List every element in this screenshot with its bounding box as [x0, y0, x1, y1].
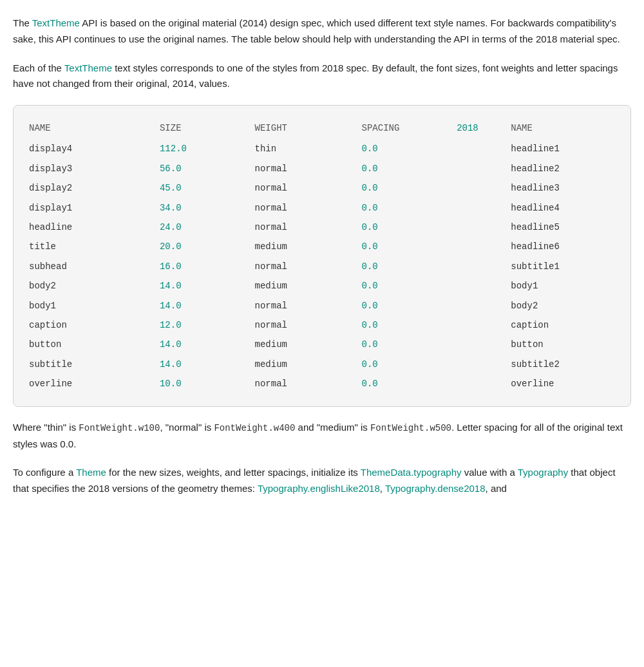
cell-size: 112.0	[160, 139, 255, 158]
footer-paragraph: To configure a Theme for the new sizes, …	[13, 465, 631, 497]
intro-paragraph-1: The TextTheme API is based on the origin…	[13, 15, 631, 48]
cell-spacing: 0.0	[362, 315, 457, 335]
note-text-1: Where "thin" is	[13, 422, 79, 433]
cell-name2018: body1	[511, 276, 615, 296]
cell-name: headline	[29, 218, 160, 237]
footer-text-5: ,	[380, 483, 385, 494]
cell-weight: normal	[255, 159, 362, 178]
cell-size: 34.0	[160, 198, 255, 218]
cell-name2018: overline	[511, 374, 615, 393]
cell-size: 16.0	[160, 257, 255, 276]
note-text-3: and "medium" is	[295, 422, 370, 433]
typography-table-container: NAME SIZE WEIGHT SPACING 2018 NAME displ…	[13, 105, 631, 407]
cell-name: display4	[29, 139, 160, 158]
font-weight-w400: FontWeight.w400	[214, 423, 295, 433]
cell-name2018: subtitle1	[511, 257, 615, 276]
cell-weight: normal	[255, 315, 362, 335]
cell-empty	[457, 198, 511, 218]
cell-empty	[457, 218, 511, 237]
cell-weight: normal	[255, 218, 362, 237]
footer-text-2: for the new sizes, weights, and letter s…	[106, 467, 361, 478]
cell-empty	[457, 237, 511, 256]
footer-text-1: To configure a	[13, 467, 76, 478]
cell-spacing: 0.0	[362, 237, 457, 256]
cell-size: 56.0	[160, 159, 255, 178]
col-header-size: SIZE	[160, 118, 255, 139]
typography-link[interactable]: Typography	[518, 467, 568, 478]
cell-size: 14.0	[160, 355, 255, 374]
typography-dense-2018-link[interactable]: Typography.dense2018	[385, 483, 486, 494]
cell-empty	[457, 355, 511, 374]
cell-weight: medium	[255, 276, 362, 296]
cell-weight: thin	[255, 139, 362, 158]
table-row: display134.0normal0.0headline4	[29, 198, 615, 218]
cell-size: 20.0	[160, 237, 255, 256]
font-weight-w100: FontWeight.w100	[79, 423, 160, 433]
cell-size: 14.0	[160, 296, 255, 315]
theme-data-typography-link[interactable]: ThemeData.typography	[361, 467, 462, 478]
table-row: overline10.0normal0.0overline	[29, 374, 615, 393]
cell-name2018: headline6	[511, 237, 615, 256]
cell-name2018: caption	[511, 315, 615, 335]
text-theme-link-1[interactable]: TextTheme	[32, 17, 80, 28]
typography-english-like-2018-link[interactable]: Typography.englishLike2018	[258, 483, 380, 494]
table-row: body114.0normal0.0body2	[29, 296, 615, 315]
col-header-spacing: SPACING	[362, 118, 457, 139]
cell-weight: normal	[255, 178, 362, 198]
cell-name: subhead	[29, 257, 160, 276]
cell-spacing: 0.0	[362, 159, 457, 178]
cell-empty	[457, 159, 511, 178]
footer-text-3: value with a	[462, 467, 518, 478]
table-row: subtitle14.0medium0.0subtitle2	[29, 355, 615, 374]
cell-name: caption	[29, 315, 160, 335]
cell-name: display3	[29, 159, 160, 178]
cell-spacing: 0.0	[362, 257, 457, 276]
cell-size: 12.0	[160, 315, 255, 335]
cell-empty	[457, 374, 511, 393]
cell-size: 45.0	[160, 178, 255, 198]
cell-name2018: button	[511, 335, 615, 354]
cell-name: title	[29, 237, 160, 256]
table-row: display245.0normal0.0headline3	[29, 178, 615, 198]
cell-weight: normal	[255, 296, 362, 315]
cell-spacing: 0.0	[362, 296, 457, 315]
cell-name2018: body2	[511, 296, 615, 315]
intro-p1-text-before: The	[13, 17, 32, 28]
theme-link[interactable]: Theme	[76, 467, 106, 478]
cell-size: 10.0	[160, 374, 255, 393]
table-row: caption12.0normal0.0caption	[29, 315, 615, 335]
note-text-2: , "normal" is	[160, 422, 214, 433]
cell-name: display2	[29, 178, 160, 198]
cell-spacing: 0.0	[362, 198, 457, 218]
cell-weight: medium	[255, 355, 362, 374]
col-header-name2018: NAME	[511, 118, 615, 139]
cell-name: body1	[29, 296, 160, 315]
table-row: button14.0medium0.0button	[29, 335, 615, 354]
footer-text-6: , and	[486, 483, 507, 494]
cell-size: 24.0	[160, 218, 255, 237]
cell-name2018: headline5	[511, 218, 615, 237]
cell-empty	[457, 257, 511, 276]
table-row: display356.0normal0.0headline2	[29, 159, 615, 178]
cell-empty	[457, 296, 511, 315]
cell-name2018: headline3	[511, 178, 615, 198]
cell-weight: normal	[255, 257, 362, 276]
cell-spacing: 0.0	[362, 374, 457, 393]
cell-empty	[457, 178, 511, 198]
cell-name: display1	[29, 198, 160, 218]
cell-spacing: 0.0	[362, 139, 457, 158]
cell-name: overline	[29, 374, 160, 393]
cell-spacing: 0.0	[362, 178, 457, 198]
cell-weight: normal	[255, 198, 362, 218]
cell-empty	[457, 276, 511, 296]
cell-spacing: 0.0	[362, 335, 457, 354]
cell-name2018: headline1	[511, 139, 615, 158]
intro-paragraph-2: Each of the TextTheme text styles corres…	[13, 61, 631, 93]
cell-empty	[457, 335, 511, 354]
cell-weight: medium	[255, 237, 362, 256]
table-row: title20.0medium0.0headline6	[29, 237, 615, 256]
col-header-weight: WEIGHT	[255, 118, 362, 139]
text-theme-link-2[interactable]: TextTheme	[64, 62, 112, 73]
cell-name: button	[29, 335, 160, 354]
cell-weight: medium	[255, 335, 362, 354]
